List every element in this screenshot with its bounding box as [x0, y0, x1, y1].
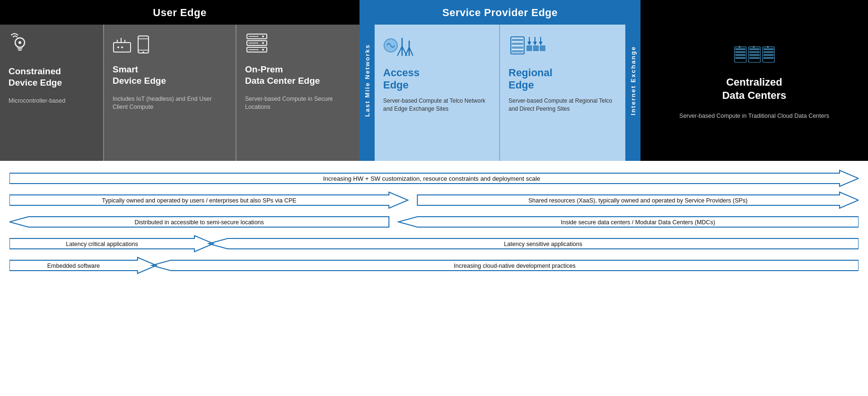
svg-rect-49 — [749, 51, 759, 53]
svg-rect-44 — [735, 51, 745, 53]
svg-text:Shared resources (XaaS), typic: Shared resources (XaaS), typically owned… — [528, 197, 747, 204]
card-smart: Smart Device Edge Includes IoT (headless… — [104, 25, 237, 161]
svg-rect-31 — [512, 46, 523, 49]
constrained-desc: Microcontroller-based — [9, 97, 65, 106]
cdc-container: Centralized Data Centers Server-based Co… — [640, 0, 868, 161]
svg-point-17 — [262, 49, 264, 51]
access-title: Access Edge — [383, 67, 420, 91]
svg-rect-48 — [749, 48, 759, 50]
user-edge-title: User Edge — [153, 7, 206, 18]
bulb-icon — [9, 33, 31, 60]
svg-rect-40 — [533, 45, 539, 51]
cdc-title: Centralized Data Centers — [722, 76, 787, 103]
svg-point-7 — [121, 46, 123, 48]
svg-text:Increasing cloud-native develo: Increasing cloud-native development prac… — [454, 263, 575, 269]
last-mile-bar: Last Mile Networks — [359, 0, 375, 161]
svg-point-1 — [18, 41, 21, 44]
svg-point-15 — [262, 35, 264, 37]
card-constrained: Constrained Device Edge Microcontroller-… — [0, 25, 104, 161]
svg-rect-54 — [763, 51, 773, 53]
svg-marker-38 — [539, 42, 543, 45]
access-tower-icon — [383, 33, 421, 62]
svg-rect-51 — [749, 57, 759, 59]
svg-text:Latency critical applications: Latency critical applications — [66, 241, 138, 247]
svg-point-11 — [143, 52, 144, 53]
smart-title: Smart Device Edge — [113, 64, 166, 87]
svg-rect-55 — [763, 54, 773, 56]
access-desc: Server-based Compute at Telco Network an… — [383, 97, 492, 113]
arrow-row-1: Increasing HW + SW customization, resour… — [9, 169, 859, 187]
svg-rect-30 — [512, 43, 523, 45]
server-icon — [245, 33, 269, 58]
sp-edge-header: Service Provider Edge — [375, 0, 625, 25]
svg-marker-34 — [527, 42, 531, 45]
constrained-title: Constrained Device Edge — [9, 66, 62, 88]
svg-rect-46 — [735, 57, 745, 59]
onprem-title: On-Prem Data Center Edge — [245, 64, 320, 87]
svg-text:Latency sensitive applications: Latency sensitive applications — [504, 241, 582, 247]
smart-desc: Includes IoT (headless) and End User Cli… — [113, 95, 227, 112]
arrow-row-5: Embedded software Increasing cloud-nativ… — [9, 256, 859, 274]
user-edge-header: User Edge — [0, 0, 359, 25]
regional-server-icon — [509, 33, 546, 62]
svg-rect-32 — [512, 50, 523, 53]
sp-edge-title: Service Provider Edge — [442, 7, 558, 18]
svg-line-23 — [397, 46, 402, 56]
svg-rect-29 — [512, 39, 523, 41]
svg-text:Inside secure data centers / M: Inside secure data centers / Modular Dat… — [561, 219, 715, 226]
svg-text:Typically owned and operated b: Typically owned and operated by users / … — [102, 197, 297, 204]
bottom-section: Increasing HW + SW customization, resour… — [0, 161, 868, 279]
svg-rect-39 — [526, 45, 532, 51]
sp-edge-container: Service Provider Edge — [375, 0, 625, 161]
user-edge-cards: Constrained Device Edge Microcontroller-… — [0, 25, 359, 161]
top-section: User Edge Constrained Device Edge — [0, 0, 868, 161]
arrow-row-3: Distributed in accessible to semi-secure… — [9, 213, 859, 231]
onprem-desc: Server-based Compute in Secure Locations — [245, 95, 351, 112]
cdc-server-icon — [733, 41, 776, 69]
card-onprem: On-Prem Data Center Edge Server-based Co… — [237, 25, 359, 161]
svg-marker-36 — [533, 42, 537, 45]
regional-desc: Server-based Compute at Regional Telco a… — [509, 97, 619, 113]
svg-rect-50 — [749, 54, 759, 56]
cdc-desc: Server-based Compute in Traditional Clou… — [679, 112, 829, 121]
card-regional: Regional Edge Server-based Compute at Re… — [500, 25, 625, 161]
svg-rect-41 — [540, 45, 545, 51]
last-mile-label: Last Mile Networks — [364, 44, 371, 117]
svg-point-6 — [117, 46, 119, 48]
regional-title: Regional Edge — [509, 67, 552, 91]
internet-exchange-label: Internet Exchange — [630, 46, 637, 115]
internet-exchange-bar: Internet Exchange — [625, 0, 640, 161]
arrow-row-2: Typically owned and operated by users / … — [9, 191, 859, 209]
router-phone-icon — [113, 33, 150, 58]
svg-rect-45 — [735, 54, 745, 56]
svg-text:Increasing HW + SW customizati: Increasing HW + SW customization, resour… — [323, 175, 540, 182]
sp-edge-cards: Access Edge Server-based Compute at Telc… — [375, 25, 625, 161]
card-access: Access Edge Server-based Compute at Telc… — [375, 25, 500, 161]
svg-point-16 — [262, 42, 264, 44]
svg-text:Embedded software: Embedded software — [47, 263, 100, 269]
user-edge-container: User Edge Constrained Device Edge — [0, 0, 359, 161]
svg-rect-53 — [763, 48, 773, 50]
svg-rect-56 — [763, 57, 773, 59]
svg-rect-43 — [735, 48, 745, 50]
svg-text:Distributed in accessible to s: Distributed in accessible to semi-secure… — [134, 219, 263, 226]
arrow-row-4: Latency critical applications Latency se… — [9, 235, 859, 253]
